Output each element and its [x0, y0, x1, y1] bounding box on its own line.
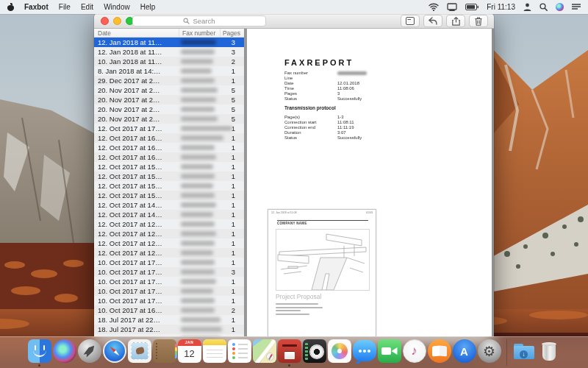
- fax-row-date: 20. Nov 2017 at 2…: [94, 105, 179, 114]
- fax-page-thumbnail[interactable]: 12. Jan 2018 at 11:08 01/03 COMPANY NAME: [268, 209, 376, 339]
- menu-item-window[interactable]: Window: [104, 3, 130, 11]
- dock-rotary-icon[interactable]: [303, 339, 326, 363]
- fax-row-number-redacted: [179, 315, 220, 325]
- fax-row[interactable]: 12. Oct 2017 at 14…1: [94, 200, 244, 210]
- dock-ibooks-icon[interactable]: [428, 339, 451, 363]
- fax-row[interactable]: 10. Oct 2017 at 16…2: [94, 305, 244, 315]
- fax-row[interactable]: 10. Jan 2018 at 11…2: [94, 57, 244, 66]
- menu-item-faxbot[interactable]: Faxbot: [24, 3, 49, 11]
- report-title: FAXREPORT: [284, 58, 354, 67]
- dock-maps-icon[interactable]: [253, 339, 276, 363]
- fax-row[interactable]: 20. Nov 2017 at 2…5: [94, 105, 244, 114]
- fax-row-number-redacted: [179, 38, 220, 47]
- fax-row-number-redacted: [179, 325, 220, 334]
- redacted-blur: [181, 289, 213, 294]
- fax-row-pages: 5: [220, 85, 244, 95]
- fax-row[interactable]: 29. Dec 2017 at 2…1: [94, 76, 244, 85]
- dock-photos-icon[interactable]: [328, 339, 351, 363]
- delete-button[interactable]: [469, 15, 488, 27]
- fax-row[interactable]: 12. Jan 2018 at 11…3: [94, 47, 244, 57]
- fax-row[interactable]: 10. Oct 2017 at 17…3: [94, 267, 244, 277]
- fax-row[interactable]: 10. Oct 2017 at 17…1: [94, 277, 244, 286]
- battery-icon[interactable]: [465, 4, 478, 10]
- fax-row-number-redacted: [179, 238, 220, 248]
- menu-item-help[interactable]: Help: [140, 3, 156, 11]
- dock-trash-icon[interactable]: [537, 339, 561, 363]
- fax-row[interactable]: 8. Jan 2018 at 14:…1: [94, 66, 244, 76]
- spotlight-icon[interactable]: [539, 3, 548, 11]
- report-field-value: Successfully: [337, 135, 362, 141]
- menu-item-file[interactable]: File: [59, 3, 71, 11]
- fax-row-pages: 1: [220, 191, 244, 200]
- apple-menu-icon[interactable]: [7, 4, 14, 11]
- fax-row[interactable]: 10. Oct 2017 at 17…1: [94, 258, 244, 267]
- dock-reminders-icon[interactable]: [228, 339, 251, 363]
- resend-button[interactable]: [423, 15, 442, 27]
- share-button[interactable]: [446, 15, 465, 27]
- fax-report-page: FAXREPORT Fax numberLineDate12.01.2018Ti…: [247, 29, 492, 342]
- fax-row[interactable]: 12. Oct 2017 at 15…1: [94, 162, 244, 171]
- column-header-date[interactable]: Date: [94, 29, 179, 37]
- dock-siri-icon[interactable]: [53, 339, 76, 363]
- user-icon[interactable]: [523, 3, 531, 11]
- fax-row[interactable]: 20. Nov 2017 at 2…5: [94, 95, 244, 105]
- dock-settings-icon[interactable]: ⚙: [478, 339, 501, 363]
- redacted-blur: [181, 174, 215, 179]
- dock-downloads-icon[interactable]: ↓: [512, 339, 536, 363]
- fax-row-pages: 3: [220, 47, 244, 57]
- search-input[interactable]: Search: [132, 15, 266, 26]
- dock-messages-icon[interactable]: [353, 340, 376, 361]
- fax-row-date: 12. Jan 2018 at 11…: [94, 47, 179, 57]
- report-field: Duration3:07: [284, 130, 362, 135]
- fax-row[interactable]: 12. Oct 2017 at 16…1: [94, 133, 244, 143]
- dock-calendar-icon[interactable]: JAN12: [178, 339, 201, 363]
- fax-row-pages: 1: [220, 325, 244, 334]
- minimize-window-button[interactable]: [113, 17, 121, 25]
- dock-itunes-icon[interactable]: ♪: [403, 339, 426, 363]
- fax-row[interactable]: 12. Oct 2017 at 17…1: [94, 124, 244, 133]
- fax-row[interactable]: 20. Nov 2017 at 2…5: [94, 85, 244, 95]
- fax-row[interactable]: 20. Nov 2017 at 2…5: [94, 114, 244, 124]
- fax-row[interactable]: 12. Oct 2017 at 15…1: [94, 191, 244, 200]
- dock-contacts-icon[interactable]: [153, 339, 176, 363]
- fax-row[interactable]: 10. Oct 2017 at 17…1: [94, 286, 244, 296]
- title-bar[interactable]: Search: [94, 13, 494, 29]
- fax-row[interactable]: 10. Oct 2017 at 17…1: [94, 296, 244, 305]
- fax-row[interactable]: 12. Oct 2017 at 16…1: [94, 152, 244, 162]
- dock-finder-icon[interactable]: [28, 339, 51, 363]
- thumbnail-rule: [277, 220, 368, 221]
- dock-notes-icon[interactable]: [203, 339, 226, 363]
- fax-row[interactable]: 12. Oct 2017 at 15…1: [94, 171, 244, 181]
- share-icon: [452, 17, 460, 26]
- wifi-icon[interactable]: [429, 3, 439, 11]
- fax-row[interactable]: 12. Oct 2017 at 12…1: [94, 219, 244, 229]
- fax-row-date: 29. Dec 2017 at 2…: [94, 76, 179, 85]
- dock-appstore-icon[interactable]: A: [453, 339, 476, 363]
- fax-row[interactable]: 18. Jul 2017 at 22…1: [94, 325, 244, 334]
- fax-row[interactable]: 12. Oct 2017 at 12…1: [94, 238, 244, 248]
- menu-clock[interactable]: Fri 11:13: [487, 3, 515, 11]
- close-window-button[interactable]: [101, 17, 109, 25]
- fax-row[interactable]: 12. Oct 2017 at 16…1: [94, 143, 244, 152]
- dock-faxbot-icon[interactable]: [278, 339, 301, 363]
- column-header-pages[interactable]: Pages: [220, 29, 244, 37]
- dock-launchpad-icon[interactable]: [78, 339, 101, 363]
- dock-mail-icon[interactable]: [128, 339, 151, 363]
- siri-icon[interactable]: [556, 3, 564, 11]
- column-header-fax-number[interactable]: Fax number: [179, 29, 220, 37]
- fax-row[interactable]: 12. Oct 2017 at 12…1: [94, 248, 244, 258]
- display-icon[interactable]: [447, 3, 457, 11]
- menu-item-edit[interactable]: Edit: [81, 3, 93, 11]
- fax-row-date: 10. Oct 2017 at 17…: [94, 277, 179, 286]
- dock-safari-icon[interactable]: [103, 339, 126, 363]
- preview-button[interactable]: [401, 15, 420, 27]
- fax-row[interactable]: 12. Oct 2017 at 12…1: [94, 229, 244, 238]
- dock-facetime-icon[interactable]: [378, 339, 401, 363]
- fax-row[interactable]: 12. Oct 2017 at 14…1: [94, 210, 244, 219]
- notification-list-icon[interactable]: [572, 4, 581, 11]
- fax-row-pages: 1: [220, 181, 244, 191]
- redacted-blur: [181, 279, 216, 284]
- fax-row[interactable]: 18. Jul 2017 at 22…1: [94, 315, 244, 325]
- fax-row[interactable]: 12. Oct 2017 at 15…1: [94, 181, 244, 191]
- fax-row[interactable]: 12. Jan 2018 at 11…3: [94, 38, 244, 47]
